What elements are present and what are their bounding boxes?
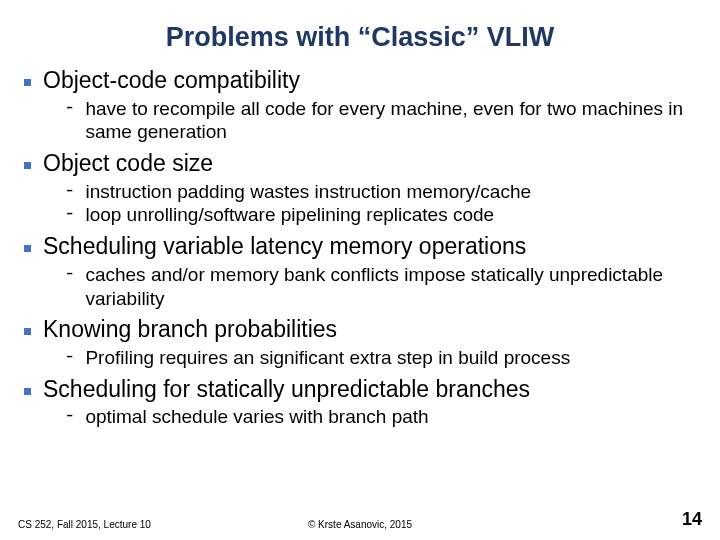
sub-bullet-item: - instruction padding wastes instruction…	[64, 180, 696, 204]
bullet-text: Knowing branch probabilities	[43, 316, 337, 344]
bullet-text: Object-code compatibility	[43, 67, 300, 95]
square-bullet-icon	[24, 328, 31, 335]
square-bullet-icon	[24, 245, 31, 252]
bullet-item: Object-code compatibility	[24, 67, 696, 95]
dash-icon: -	[64, 203, 75, 227]
bullet-text: Scheduling for statically unpredictable …	[43, 376, 530, 404]
bullet-item: Knowing branch probabilities	[24, 316, 696, 344]
sub-bullet-text: optimal schedule varies with branch path	[85, 405, 428, 429]
bullet-item: Scheduling for statically unpredictable …	[24, 376, 696, 404]
dash-icon: -	[64, 97, 75, 121]
sub-list: - caches and/or memory bank conflicts im…	[64, 263, 696, 311]
sub-bullet-text: Profiling requires an significant extra …	[85, 346, 570, 370]
sub-bullet-text: caches and/or memory bank conflicts impo…	[85, 263, 696, 311]
bullet-item: Scheduling variable latency memory opera…	[24, 233, 696, 261]
sub-bullet-text: loop unrolling/software pipelining repli…	[85, 203, 494, 227]
bullet-text: Scheduling variable latency memory opera…	[43, 233, 526, 261]
sub-list: - instruction padding wastes instruction…	[64, 180, 696, 228]
slide: Problems with “Classic” VLIW Object-code…	[0, 0, 720, 540]
bullet-item: Object code size	[24, 150, 696, 178]
sub-bullet-item: - have to recompile all code for every m…	[64, 97, 696, 145]
sub-list: - Profiling requires an significant extr…	[64, 346, 696, 370]
sub-list: - optimal schedule varies with branch pa…	[64, 405, 696, 429]
sub-bullet-text: instruction padding wastes instruction m…	[85, 180, 531, 204]
square-bullet-icon	[24, 388, 31, 395]
dash-icon: -	[64, 346, 75, 370]
bullet-text: Object code size	[43, 150, 213, 178]
square-bullet-icon	[24, 79, 31, 86]
sub-list: - have to recompile all code for every m…	[64, 97, 696, 145]
square-bullet-icon	[24, 162, 31, 169]
slide-content: Object-code compatibility - have to reco…	[0, 67, 720, 429]
slide-title: Problems with “Classic” VLIW	[0, 0, 720, 61]
dash-icon: -	[64, 263, 75, 287]
footer-course-info: CS 252, Fall 2015, Lecture 10	[18, 519, 151, 530]
dash-icon: -	[64, 405, 75, 429]
sub-bullet-item: - caches and/or memory bank conflicts im…	[64, 263, 696, 311]
sub-bullet-item: - optimal schedule varies with branch pa…	[64, 405, 696, 429]
sub-bullet-item: - Profiling requires an significant extr…	[64, 346, 696, 370]
page-number: 14	[682, 509, 702, 530]
slide-footer: © Krste Asanovic, 2015 CS 252, Fall 2015…	[0, 509, 720, 530]
dash-icon: -	[64, 180, 75, 204]
sub-bullet-text: have to recompile all code for every mac…	[85, 97, 696, 145]
sub-bullet-item: - loop unrolling/software pipelining rep…	[64, 203, 696, 227]
